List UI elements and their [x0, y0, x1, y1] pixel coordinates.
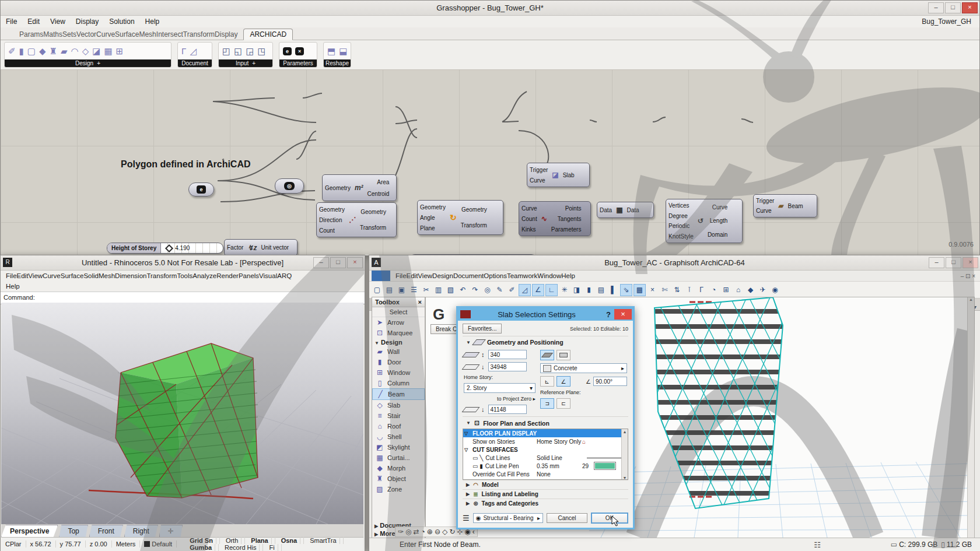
ac-menu-help[interactable]: Help — [561, 272, 575, 279]
view-tab-top[interactable]: Top — [59, 525, 88, 537]
tool-skylight[interactable]: ◩Skylight — [372, 442, 425, 452]
ref-plane-top-button[interactable]: ⊐ — [540, 398, 554, 409]
ok-button[interactable]: OK — [591, 513, 628, 524]
tool-window[interactable]: ⊞Window — [372, 367, 425, 378]
table-row[interactable]: ▭ ╲Cut Lines Solid Line — [463, 454, 628, 462]
units-cell[interactable]: Meters — [112, 541, 141, 548]
gh-menu-help[interactable]: Help — [140, 16, 165, 27]
ac-tool-save[interactable]: ▣ — [396, 285, 407, 296]
ac-tool-grid-tool[interactable]: ⊞ — [720, 285, 732, 296]
ac-minimize-button[interactable]: – — [929, 257, 944, 268]
rhino-viewport[interactable] — [1, 303, 363, 524]
rhino-menu-visualarq[interactable]: VisualARQ — [259, 272, 292, 279]
table-scrollbar[interactable]: ▲▼ — [621, 429, 628, 480]
gh-design-shell[interactable]: ◠ — [71, 46, 79, 57]
angle-input[interactable]: 90.00° — [593, 377, 627, 386]
gh-design-wall[interactable]: ▰ — [61, 46, 68, 57]
gh-design-slab[interactable]: ◇ — [82, 46, 89, 57]
gh-design-window[interactable]: ⊞ — [116, 46, 124, 57]
gh-tab-mesh[interactable]: Mesh — [139, 30, 156, 38]
ac-tool-open[interactable]: ▤ — [384, 285, 395, 296]
gh-titlebar[interactable]: Grasshopper - Bug_Tower_GH* – □ × — [1, 1, 979, 16]
node-archicad-beam[interactable]: TriggerCurve ▰ Beam — [753, 194, 817, 217]
gh-reshape-reshape-b[interactable]: ⬓ — [339, 46, 347, 57]
table-row[interactable]: Override Cut Fill Pens None — [463, 470, 628, 478]
rhino-menu-transform[interactable]: Transform — [146, 272, 177, 279]
ac-menu-design[interactable]: Design — [432, 272, 453, 279]
table-row-cut-surfaces[interactable]: ▽CUT SURFACES — [463, 445, 628, 454]
rhino-minimize-button[interactable]: – — [313, 257, 329, 268]
ac-tool-roof-tool[interactable]: ⌂ — [733, 285, 744, 296]
rhino-menu-help[interactable]: Help — [1, 281, 25, 292]
section-geometry[interactable]: ▼ Geometry and Positioning — [463, 336, 628, 348]
project-elevation-input[interactable]: 41148 — [488, 405, 527, 414]
ac-tool-fly[interactable]: ✈ — [757, 285, 768, 296]
to-project-zero-link[interactable]: to Project Zero ▸ — [464, 396, 536, 402]
slider-knob[interactable] — [165, 244, 173, 252]
ac-tool-inject-parameters[interactable]: ✐ — [506, 285, 517, 296]
favorites-button[interactable]: Favorites... — [463, 324, 502, 334]
gh-tab-vector[interactable]: Vector — [76, 30, 96, 38]
view-tab-right[interactable]: Right — [124, 525, 158, 537]
gh-close-button[interactable]: × — [962, 2, 978, 13]
gh-input-pick-surface[interactable]: ◱ — [234, 46, 242, 57]
bottom-elevation-input[interactable]: 34948 — [488, 362, 527, 371]
toolbox-section-design[interactable]: ▼ Design — [372, 338, 425, 346]
rhino-menu-mesh[interactable]: Mesh — [99, 272, 115, 279]
ac-maximize-button[interactable]: □ — [946, 257, 961, 268]
gh-design-column[interactable]: ▮ — [19, 46, 24, 57]
ac-nav-zoom-out[interactable]: ⊖ — [435, 528, 440, 536]
ac-nav-zoom-sel[interactable]: ◎ — [405, 528, 411, 536]
ac-tool-fillet[interactable]: Γ — [696, 285, 707, 296]
ac-tool-guide-lines[interactable]: ◿ — [519, 284, 531, 296]
ac-tool-grid-snap[interactable]: ✳ — [559, 285, 570, 296]
rhino-close-button[interactable]: × — [347, 257, 363, 268]
gh-tab-sets[interactable]: Sets — [62, 30, 76, 38]
rhino-toggle-plana[interactable]: Plana — [245, 537, 275, 544]
ac-tool-render[interactable]: ◉ — [769, 285, 780, 296]
ac-tool-close-palette[interactable]: × — [647, 285, 658, 296]
gh-canvas[interactable]: Polygon defined in ArchiCAD 0.9.0076 e ◎… — [1, 69, 979, 255]
rhino-menu-panels[interactable]: Panels — [239, 272, 259, 279]
gh-input-pick-column[interactable]: ◳ — [258, 46, 266, 57]
ac-tool-snap-points[interactable]: ∟ — [545, 284, 558, 296]
gh-menu-edit[interactable]: Edit — [22, 16, 45, 27]
ac-tool-snap-guides[interactable]: ∠ — [532, 284, 544, 296]
angle-mode-a-button[interactable]: ⊾ — [540, 376, 554, 387]
angle-mode-b-button[interactable]: ∠ — [556, 376, 570, 387]
gh-document-selector[interactable]: Bug_Tower_GH — [922, 17, 979, 26]
ac-tool-pick-up-parameters[interactable]: ✎ — [494, 285, 505, 296]
gh-menu-view[interactable]: View — [45, 16, 71, 27]
tool-stair[interactable]: ≡Stair — [372, 410, 425, 421]
ac-menu-file[interactable]: File — [396, 272, 407, 279]
ac-tool-redo[interactable]: ↷ — [470, 285, 481, 296]
ac-tool-pen[interactable]: ▌ — [608, 285, 619, 296]
gh-tab-surface[interactable]: Surface — [115, 30, 139, 38]
ac-nav-pan[interactable]: ⇄ — [414, 528, 419, 536]
ac-tool-arc[interactable]: ◔ — [708, 285, 719, 296]
tool-marquee[interactable]: ⊡Marquee — [372, 328, 425, 338]
table-row-header[interactable]: ▽FLOOR PLAN DISPLAY — [463, 429, 628, 437]
rhino-toggle-fi[interactable]: Fi — [263, 544, 281, 551]
rhino-menu-file[interactable]: File — [6, 272, 17, 279]
ac-menu-view[interactable]: View — [418, 272, 432, 279]
rhino-menu-render[interactable]: Render — [216, 272, 239, 279]
rhino-toggle-smarttra[interactable]: SmartTra — [304, 537, 343, 544]
tool-roof[interactable]: ⌂Roof — [372, 421, 425, 431]
cplane-cell[interactable]: CPlar — [1, 541, 26, 548]
ac-menu-teamwork[interactable]: Teamwork — [507, 272, 537, 279]
tool-curtain-wall[interactable]: ▦Curtai... — [372, 452, 425, 463]
node-archicad-slab[interactable]: TriggerCurve ◪ Slab — [527, 163, 590, 187]
section-model[interactable]: ▶◠Model — [463, 480, 628, 489]
toolbox-close-icon[interactable]: × — [418, 299, 422, 306]
tool-column[interactable]: ▯Column — [372, 378, 425, 388]
gh-input-pick-element[interactable]: ◰ — [222, 46, 230, 57]
rhino-menu-solid[interactable]: Solid — [83, 272, 99, 279]
ac-nav-layout-book[interactable]: ✑ — [398, 528, 404, 536]
node-rotate[interactable]: GeometryAnglePlane ↻ GeometryTransform — [417, 200, 503, 235]
ac-menu-document[interactable]: Document — [453, 272, 484, 279]
gh-tab-maths[interactable]: Maths — [43, 30, 62, 38]
gh-design-object[interactable]: ♜ — [50, 46, 57, 57]
gh-design-curtain-wall[interactable]: ▦ — [104, 46, 112, 57]
rhino-toggle-record-his[interactable]: Record His — [219, 544, 263, 551]
